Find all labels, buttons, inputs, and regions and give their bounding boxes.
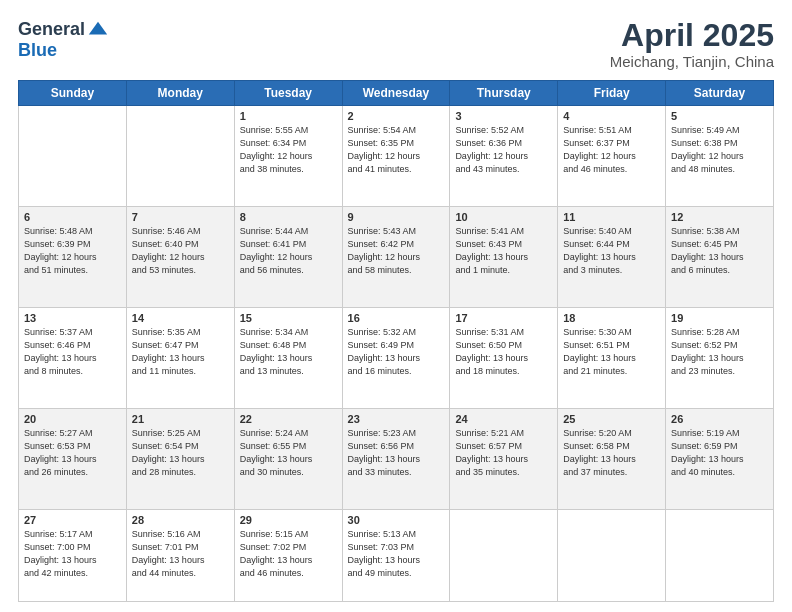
day-number: 14 (132, 312, 229, 324)
day-number: 16 (348, 312, 445, 324)
day-info: Sunrise: 5:25 AMSunset: 6:54 PMDaylight:… (132, 427, 229, 479)
logo-blue-text: Blue (18, 40, 57, 61)
day-number: 17 (455, 312, 552, 324)
day-info: Sunrise: 5:34 AMSunset: 6:48 PMDaylight:… (240, 326, 337, 378)
col-saturday: Saturday (666, 81, 774, 106)
table-row: 15Sunrise: 5:34 AMSunset: 6:48 PMDayligh… (234, 308, 342, 409)
col-monday: Monday (126, 81, 234, 106)
day-number: 5 (671, 110, 768, 122)
table-row: 13Sunrise: 5:37 AMSunset: 6:46 PMDayligh… (19, 308, 127, 409)
table-row: 28Sunrise: 5:16 AMSunset: 7:01 PMDayligh… (126, 510, 234, 602)
logo-general-text: General (18, 19, 85, 40)
day-info: Sunrise: 5:31 AMSunset: 6:50 PMDaylight:… (455, 326, 552, 378)
title-area: April 2025 Meichang, Tianjin, China (610, 18, 774, 70)
day-info: Sunrise: 5:52 AMSunset: 6:36 PMDaylight:… (455, 124, 552, 176)
page: General Blue April 2025 Meichang, Tianji… (0, 0, 792, 612)
day-info: Sunrise: 5:32 AMSunset: 6:49 PMDaylight:… (348, 326, 445, 378)
svg-marker-0 (89, 22, 107, 35)
table-row: 9Sunrise: 5:43 AMSunset: 6:42 PMDaylight… (342, 207, 450, 308)
calendar-week-row: 13Sunrise: 5:37 AMSunset: 6:46 PMDayligh… (19, 308, 774, 409)
day-number: 25 (563, 413, 660, 425)
day-info: Sunrise: 5:41 AMSunset: 6:43 PMDaylight:… (455, 225, 552, 277)
table-row: 18Sunrise: 5:30 AMSunset: 6:51 PMDayligh… (558, 308, 666, 409)
day-number: 23 (348, 413, 445, 425)
day-info: Sunrise: 5:27 AMSunset: 6:53 PMDaylight:… (24, 427, 121, 479)
day-number: 28 (132, 514, 229, 526)
day-info: Sunrise: 5:35 AMSunset: 6:47 PMDaylight:… (132, 326, 229, 378)
calendar-week-row: 6Sunrise: 5:48 AMSunset: 6:39 PMDaylight… (19, 207, 774, 308)
table-row: 3Sunrise: 5:52 AMSunset: 6:36 PMDaylight… (450, 106, 558, 207)
day-number: 22 (240, 413, 337, 425)
day-number: 29 (240, 514, 337, 526)
table-row: 24Sunrise: 5:21 AMSunset: 6:57 PMDayligh… (450, 409, 558, 510)
day-info: Sunrise: 5:51 AMSunset: 6:37 PMDaylight:… (563, 124, 660, 176)
logo: General Blue (18, 18, 109, 61)
day-info: Sunrise: 5:15 AMSunset: 7:02 PMDaylight:… (240, 528, 337, 580)
day-number: 30 (348, 514, 445, 526)
day-number: 27 (24, 514, 121, 526)
month-title: April 2025 (610, 18, 774, 53)
day-number: 9 (348, 211, 445, 223)
day-number: 7 (132, 211, 229, 223)
day-number: 6 (24, 211, 121, 223)
table-row: 4Sunrise: 5:51 AMSunset: 6:37 PMDaylight… (558, 106, 666, 207)
day-info: Sunrise: 5:30 AMSunset: 6:51 PMDaylight:… (563, 326, 660, 378)
table-row (666, 510, 774, 602)
table-row: 30Sunrise: 5:13 AMSunset: 7:03 PMDayligh… (342, 510, 450, 602)
table-row: 22Sunrise: 5:24 AMSunset: 6:55 PMDayligh… (234, 409, 342, 510)
table-row (558, 510, 666, 602)
day-number: 21 (132, 413, 229, 425)
day-number: 15 (240, 312, 337, 324)
day-info: Sunrise: 5:17 AMSunset: 7:00 PMDaylight:… (24, 528, 121, 580)
calendar-week-row: 1Sunrise: 5:55 AMSunset: 6:34 PMDaylight… (19, 106, 774, 207)
table-row (450, 510, 558, 602)
day-info: Sunrise: 5:40 AMSunset: 6:44 PMDaylight:… (563, 225, 660, 277)
day-number: 24 (455, 413, 552, 425)
day-number: 2 (348, 110, 445, 122)
day-info: Sunrise: 5:23 AMSunset: 6:56 PMDaylight:… (348, 427, 445, 479)
table-row: 17Sunrise: 5:31 AMSunset: 6:50 PMDayligh… (450, 308, 558, 409)
table-row: 8Sunrise: 5:44 AMSunset: 6:41 PMDaylight… (234, 207, 342, 308)
day-info: Sunrise: 5:38 AMSunset: 6:45 PMDaylight:… (671, 225, 768, 277)
table-row: 27Sunrise: 5:17 AMSunset: 7:00 PMDayligh… (19, 510, 127, 602)
table-row: 10Sunrise: 5:41 AMSunset: 6:43 PMDayligh… (450, 207, 558, 308)
table-row: 16Sunrise: 5:32 AMSunset: 6:49 PMDayligh… (342, 308, 450, 409)
day-info: Sunrise: 5:55 AMSunset: 6:34 PMDaylight:… (240, 124, 337, 176)
col-thursday: Thursday (450, 81, 558, 106)
day-info: Sunrise: 5:16 AMSunset: 7:01 PMDaylight:… (132, 528, 229, 580)
table-row: 14Sunrise: 5:35 AMSunset: 6:47 PMDayligh… (126, 308, 234, 409)
day-number: 10 (455, 211, 552, 223)
day-info: Sunrise: 5:44 AMSunset: 6:41 PMDaylight:… (240, 225, 337, 277)
logo-icon (87, 18, 109, 40)
header: General Blue April 2025 Meichang, Tianji… (18, 18, 774, 70)
col-tuesday: Tuesday (234, 81, 342, 106)
day-info: Sunrise: 5:46 AMSunset: 6:40 PMDaylight:… (132, 225, 229, 277)
day-info: Sunrise: 5:37 AMSunset: 6:46 PMDaylight:… (24, 326, 121, 378)
table-row: 6Sunrise: 5:48 AMSunset: 6:39 PMDaylight… (19, 207, 127, 308)
table-row: 2Sunrise: 5:54 AMSunset: 6:35 PMDaylight… (342, 106, 450, 207)
day-number: 19 (671, 312, 768, 324)
day-info: Sunrise: 5:43 AMSunset: 6:42 PMDaylight:… (348, 225, 445, 277)
table-row: 19Sunrise: 5:28 AMSunset: 6:52 PMDayligh… (666, 308, 774, 409)
col-wednesday: Wednesday (342, 81, 450, 106)
calendar-week-row: 27Sunrise: 5:17 AMSunset: 7:00 PMDayligh… (19, 510, 774, 602)
day-number: 13 (24, 312, 121, 324)
day-number: 1 (240, 110, 337, 122)
table-row: 25Sunrise: 5:20 AMSunset: 6:58 PMDayligh… (558, 409, 666, 510)
day-number: 20 (24, 413, 121, 425)
day-number: 3 (455, 110, 552, 122)
day-number: 11 (563, 211, 660, 223)
day-info: Sunrise: 5:20 AMSunset: 6:58 PMDaylight:… (563, 427, 660, 479)
day-info: Sunrise: 5:28 AMSunset: 6:52 PMDaylight:… (671, 326, 768, 378)
day-number: 26 (671, 413, 768, 425)
day-number: 12 (671, 211, 768, 223)
day-info: Sunrise: 5:19 AMSunset: 6:59 PMDaylight:… (671, 427, 768, 479)
table-row: 11Sunrise: 5:40 AMSunset: 6:44 PMDayligh… (558, 207, 666, 308)
table-row: 5Sunrise: 5:49 AMSunset: 6:38 PMDaylight… (666, 106, 774, 207)
table-row (19, 106, 127, 207)
location: Meichang, Tianjin, China (610, 53, 774, 70)
table-row: 29Sunrise: 5:15 AMSunset: 7:02 PMDayligh… (234, 510, 342, 602)
table-row: 20Sunrise: 5:27 AMSunset: 6:53 PMDayligh… (19, 409, 127, 510)
table-row: 7Sunrise: 5:46 AMSunset: 6:40 PMDaylight… (126, 207, 234, 308)
day-number: 4 (563, 110, 660, 122)
